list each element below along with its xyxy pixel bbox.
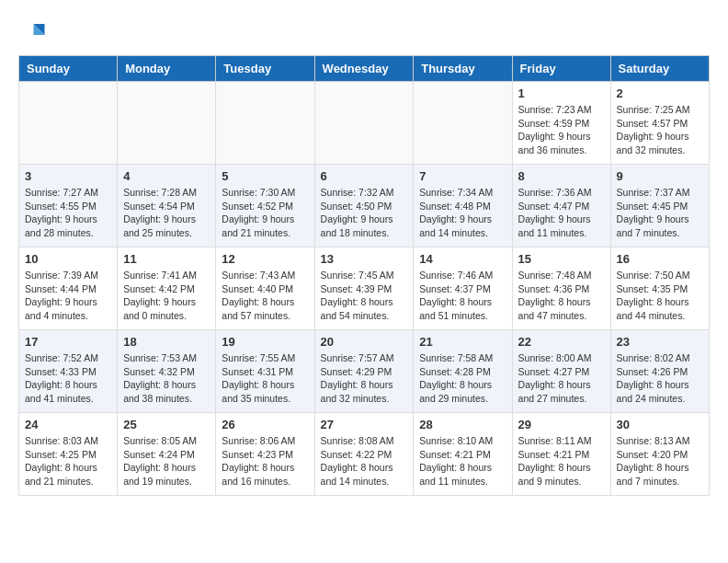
calendar-cell: 25Sunrise: 8:05 AM Sunset: 4:24 PM Dayli…: [118, 413, 216, 496]
day-info: Sunrise: 7:27 AM Sunset: 4:55 PM Dayligh…: [25, 186, 111, 240]
calendar-week-row: 17Sunrise: 7:52 AM Sunset: 4:33 PM Dayli…: [19, 330, 710, 413]
calendar-cell: 14Sunrise: 7:46 AM Sunset: 4:37 PM Dayli…: [414, 247, 512, 330]
day-number: 12: [222, 252, 308, 266]
calendar-cell: 15Sunrise: 7:48 AM Sunset: 4:36 PM Dayli…: [512, 247, 610, 330]
calendar-cell: 10Sunrise: 7:39 AM Sunset: 4:44 PM Dayli…: [19, 247, 118, 330]
calendar-cell: 16Sunrise: 7:50 AM Sunset: 4:35 PM Dayli…: [610, 247, 709, 330]
day-number: 20: [321, 335, 408, 349]
day-number: 30: [617, 418, 703, 431]
day-info: Sunrise: 8:10 AM Sunset: 4:21 PM Dayligh…: [419, 434, 506, 488]
day-number: 10: [25, 252, 111, 266]
calendar-cell: 24Sunrise: 8:03 AM Sunset: 4:25 PM Dayli…: [19, 413, 118, 496]
col-header-saturday: Saturday: [610, 56, 709, 82]
day-number: 22: [518, 335, 605, 349]
day-number: 26: [222, 418, 308, 431]
day-info: Sunrise: 8:02 AM Sunset: 4:26 PM Dayligh…: [617, 351, 703, 406]
day-info: Sunrise: 7:37 AM Sunset: 4:45 PM Dayligh…: [617, 186, 703, 240]
calendar-week-row: 1Sunrise: 7:23 AM Sunset: 4:59 PM Daylig…: [19, 82, 710, 165]
day-info: Sunrise: 7:55 AM Sunset: 4:31 PM Dayligh…: [222, 351, 308, 406]
logo: [18, 18, 50, 46]
calendar-cell: [19, 82, 118, 165]
day-number: 13: [321, 252, 408, 266]
col-header-wednesday: Wednesday: [314, 56, 414, 82]
day-info: Sunrise: 8:06 AM Sunset: 4:23 PM Dayligh…: [222, 434, 308, 488]
day-number: 19: [222, 335, 308, 349]
day-number: 24: [25, 418, 111, 431]
day-number: 4: [123, 169, 210, 183]
day-number: 29: [518, 418, 605, 431]
calendar-cell: 13Sunrise: 7:45 AM Sunset: 4:39 PM Dayli…: [314, 247, 414, 330]
day-number: 17: [25, 335, 111, 349]
calendar-cell: 8Sunrise: 7:36 AM Sunset: 4:47 PM Daylig…: [512, 165, 610, 247]
calendar-cell: 1Sunrise: 7:23 AM Sunset: 4:59 PM Daylig…: [512, 82, 610, 165]
day-number: 27: [321, 418, 408, 431]
day-info: Sunrise: 8:08 AM Sunset: 4:22 PM Dayligh…: [321, 434, 408, 488]
calendar-cell: 26Sunrise: 8:06 AM Sunset: 4:23 PM Dayli…: [216, 413, 314, 496]
day-info: Sunrise: 7:39 AM Sunset: 4:44 PM Dayligh…: [25, 269, 111, 323]
day-info: Sunrise: 7:43 AM Sunset: 4:40 PM Dayligh…: [222, 269, 308, 323]
col-header-thursday: Thursday: [414, 56, 512, 82]
calendar-cell: 9Sunrise: 7:37 AM Sunset: 4:45 PM Daylig…: [610, 165, 709, 247]
calendar-cell: 18Sunrise: 7:53 AM Sunset: 4:32 PM Dayli…: [118, 330, 216, 413]
day-info: Sunrise: 7:50 AM Sunset: 4:35 PM Dayligh…: [617, 269, 703, 323]
day-info: Sunrise: 7:25 AM Sunset: 4:57 PM Dayligh…: [617, 103, 703, 157]
calendar-cell: [314, 82, 414, 165]
day-number: 9: [617, 169, 703, 183]
calendar-week-row: 10Sunrise: 7:39 AM Sunset: 4:44 PM Dayli…: [19, 247, 710, 330]
day-number: 15: [518, 252, 605, 266]
day-number: 1: [518, 86, 605, 100]
day-number: 16: [617, 252, 703, 266]
day-info: Sunrise: 7:36 AM Sunset: 4:47 PM Dayligh…: [518, 186, 605, 240]
day-info: Sunrise: 7:52 AM Sunset: 4:33 PM Dayligh…: [25, 351, 111, 406]
day-info: Sunrise: 7:23 AM Sunset: 4:59 PM Dayligh…: [518, 103, 605, 157]
col-header-sunday: Sunday: [19, 56, 118, 82]
calendar-cell: 23Sunrise: 8:02 AM Sunset: 4:26 PM Dayli…: [610, 330, 709, 413]
calendar-cell: 6Sunrise: 7:32 AM Sunset: 4:50 PM Daylig…: [314, 165, 414, 247]
col-header-tuesday: Tuesday: [216, 56, 314, 82]
page-header: [18, 18, 710, 46]
day-info: Sunrise: 8:00 AM Sunset: 4:27 PM Dayligh…: [518, 351, 605, 406]
day-info: Sunrise: 7:45 AM Sunset: 4:39 PM Dayligh…: [321, 269, 408, 323]
logo-icon: [18, 18, 46, 46]
day-number: 5: [222, 169, 308, 183]
calendar-cell: 4Sunrise: 7:28 AM Sunset: 4:54 PM Daylig…: [118, 165, 216, 247]
calendar-cell: [118, 82, 216, 165]
day-number: 11: [123, 252, 210, 266]
calendar-cell: 2Sunrise: 7:25 AM Sunset: 4:57 PM Daylig…: [610, 82, 709, 165]
calendar-cell: 5Sunrise: 7:30 AM Sunset: 4:52 PM Daylig…: [216, 165, 314, 247]
day-info: Sunrise: 7:53 AM Sunset: 4:32 PM Dayligh…: [123, 351, 210, 406]
calendar-week-row: 3Sunrise: 7:27 AM Sunset: 4:55 PM Daylig…: [19, 165, 710, 247]
col-header-friday: Friday: [512, 56, 610, 82]
day-info: Sunrise: 8:03 AM Sunset: 4:25 PM Dayligh…: [25, 434, 111, 488]
day-info: Sunrise: 7:41 AM Sunset: 4:42 PM Dayligh…: [123, 269, 210, 323]
day-number: 3: [25, 169, 111, 183]
calendar-cell: 17Sunrise: 7:52 AM Sunset: 4:33 PM Dayli…: [19, 330, 118, 413]
day-info: Sunrise: 7:32 AM Sunset: 4:50 PM Dayligh…: [321, 186, 408, 240]
calendar-cell: [414, 82, 512, 165]
calendar-cell: 22Sunrise: 8:00 AM Sunset: 4:27 PM Dayli…: [512, 330, 610, 413]
calendar-cell: 3Sunrise: 7:27 AM Sunset: 4:55 PM Daylig…: [19, 165, 118, 247]
day-info: Sunrise: 8:13 AM Sunset: 4:20 PM Dayligh…: [617, 434, 703, 488]
day-number: 14: [419, 252, 506, 266]
calendar-header-row: SundayMondayTuesdayWednesdayThursdayFrid…: [19, 56, 710, 82]
calendar-cell: 28Sunrise: 8:10 AM Sunset: 4:21 PM Dayli…: [414, 413, 512, 496]
calendar-week-row: 24Sunrise: 8:03 AM Sunset: 4:25 PM Dayli…: [19, 413, 710, 496]
col-header-monday: Monday: [118, 56, 216, 82]
day-number: 6: [321, 169, 408, 183]
day-number: 8: [518, 169, 605, 183]
day-info: Sunrise: 7:28 AM Sunset: 4:54 PM Dayligh…: [123, 186, 210, 240]
day-info: Sunrise: 7:46 AM Sunset: 4:37 PM Dayligh…: [419, 269, 506, 323]
day-info: Sunrise: 7:57 AM Sunset: 4:29 PM Dayligh…: [321, 351, 408, 406]
day-info: Sunrise: 7:58 AM Sunset: 4:28 PM Dayligh…: [419, 351, 506, 406]
day-number: 7: [419, 169, 506, 183]
calendar-cell: [216, 82, 314, 165]
day-number: 21: [419, 335, 506, 349]
calendar-cell: 11Sunrise: 7:41 AM Sunset: 4:42 PM Dayli…: [118, 247, 216, 330]
day-number: 23: [617, 335, 703, 349]
day-info: Sunrise: 8:11 AM Sunset: 4:21 PM Dayligh…: [518, 434, 605, 488]
day-info: Sunrise: 7:30 AM Sunset: 4:52 PM Dayligh…: [222, 186, 308, 240]
calendar-cell: 20Sunrise: 7:57 AM Sunset: 4:29 PM Dayli…: [314, 330, 414, 413]
calendar-cell: 7Sunrise: 7:34 AM Sunset: 4:48 PM Daylig…: [414, 165, 512, 247]
day-info: Sunrise: 7:34 AM Sunset: 4:48 PM Dayligh…: [419, 186, 506, 240]
day-number: 25: [123, 418, 210, 431]
